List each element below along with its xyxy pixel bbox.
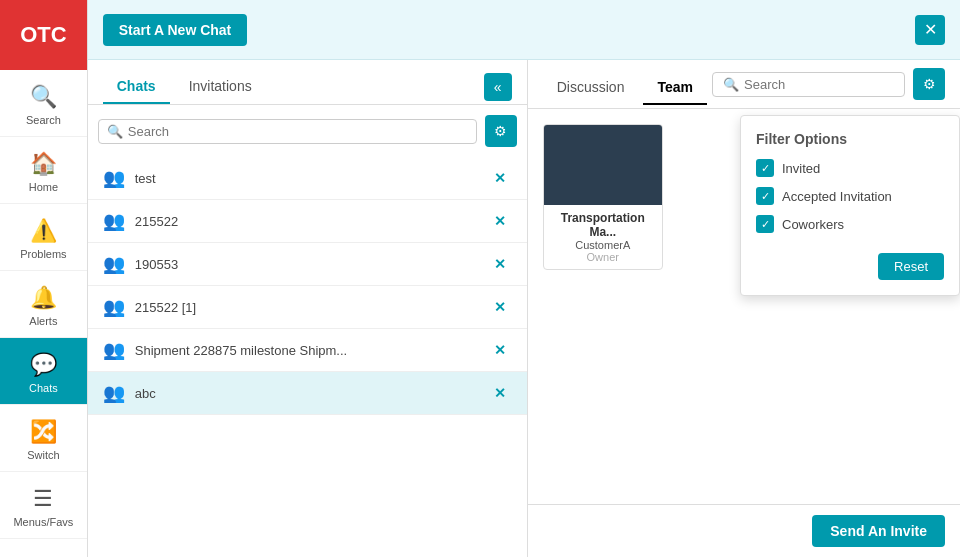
send-invite-button[interactable]: Send An Invite [812, 515, 945, 547]
left-search-row: 🔍 ⚙ [88, 105, 527, 157]
filter-checkbox-coworkers: ✓ [756, 215, 774, 233]
left-tab-chats[interactable]: Chats [103, 70, 170, 104]
left-search-icon: 🔍 [107, 124, 123, 139]
home-icon: 🏠 [30, 151, 57, 177]
sidebar-item-label-alerts: Alerts [29, 315, 57, 327]
chat-list-item[interactable]: 👥 215522 [1] ✕ [88, 286, 527, 329]
chat-list-item[interactable]: 👥 abc ✕ [88, 372, 527, 415]
filter-label-accepted: Accepted Invitation [782, 189, 892, 204]
team-card-info: Transportation Ma... CustomerA Owner [544, 205, 662, 269]
group-icon: 👥 [103, 253, 125, 275]
filter-title: Filter Options [756, 131, 944, 147]
reset-button[interactable]: Reset [878, 253, 944, 280]
group-icon: 👥 [103, 167, 125, 189]
sidebar-item-label-search: Search [26, 114, 61, 126]
chats-icon: 💬 [30, 352, 57, 378]
left-panel: ChatsInvitations« 🔍 ⚙ 👥 test ✕ 👥 215522 … [88, 60, 528, 557]
chat-list: 👥 test ✕ 👥 215522 ✕ 👥 190553 ✕ 👥 215522 … [88, 157, 527, 557]
chat-name: 215522 [1] [135, 300, 488, 315]
chat-name: 215522 [135, 214, 488, 229]
sidebar-item-label-home: Home [29, 181, 58, 193]
remove-chat-button[interactable]: ✕ [488, 211, 512, 231]
right-tabs-header: DiscussionTeam 🔍 ⚙ [528, 60, 960, 109]
sidebar-item-search[interactable]: 🔍 Search [0, 70, 87, 137]
chat-name: 190553 [135, 257, 488, 272]
sidebar-item-menus[interactable]: ☰ Menus/Favs [0, 472, 87, 539]
team-card-image [544, 125, 662, 205]
collapse-button[interactable]: « [484, 73, 512, 101]
filter-checkbox-invited: ✓ [756, 159, 774, 177]
left-tabs-row: ChatsInvitations« [88, 60, 527, 105]
right-panel: DiscussionTeam 🔍 ⚙ Transportation Ma... … [528, 60, 960, 557]
content-area: ChatsInvitations« 🔍 ⚙ 👥 test ✕ 👥 215522 … [88, 60, 960, 557]
team-card[interactable]: Transportation Ma... CustomerA Owner [543, 124, 663, 270]
sidebar: OTC 🔍 Search 🏠 Home ⚠️ Problems 🔔 Alerts… [0, 0, 88, 557]
filter-checkbox-accepted: ✓ [756, 187, 774, 205]
sidebar-item-chats[interactable]: 💬 Chats [0, 338, 87, 405]
menus-icon: ☰ [33, 486, 53, 512]
filter-label-invited: Invited [782, 161, 820, 176]
close-button[interactable]: ✕ [915, 15, 945, 45]
sidebar-item-problems[interactable]: ⚠️ Problems [0, 204, 87, 271]
filter-option-accepted[interactable]: ✓ Accepted Invitation [756, 187, 944, 205]
search-icon: 🔍 [30, 84, 57, 110]
topbar: Start A New Chat ✕ [88, 0, 960, 60]
team-card-role: Owner [550, 251, 656, 263]
group-icon: 👥 [103, 296, 125, 318]
right-search-icon: 🔍 [723, 77, 739, 92]
sidebar-item-home[interactable]: 🏠 Home [0, 137, 87, 204]
right-search-input[interactable] [744, 77, 894, 92]
chat-list-item[interactable]: 👥 Shipment 228875 milestone Shipm... ✕ [88, 329, 527, 372]
sidebar-item-alerts[interactable]: 🔔 Alerts [0, 271, 87, 338]
team-card-name: Transportation Ma... [550, 211, 656, 239]
remove-chat-button[interactable]: ✕ [488, 340, 512, 360]
team-card-sub: CustomerA [550, 239, 656, 251]
group-icon: 👥 [103, 210, 125, 232]
chat-name: Shipment 228875 milestone Shipm... [135, 343, 488, 358]
sidebar-item-label-switch: Switch [27, 449, 59, 461]
switch-icon: 🔀 [30, 419, 57, 445]
filter-option-coworkers[interactable]: ✓ Coworkers [756, 215, 944, 233]
filter-dropdown: Filter Options ✓ Invited ✓ Accepted Invi… [740, 115, 960, 296]
sidebar-logo: OTC [0, 0, 87, 70]
left-search-input[interactable] [128, 124, 468, 139]
remove-chat-button[interactable]: ✕ [488, 297, 512, 317]
remove-chat-button[interactable]: ✕ [488, 254, 512, 274]
chat-list-item[interactable]: 👥 190553 ✕ [88, 243, 527, 286]
logo-text: OTC [20, 22, 66, 48]
sidebar-item-switch[interactable]: 🔀 Switch [0, 405, 87, 472]
filter-option-invited[interactable]: ✓ Invited [756, 159, 944, 177]
start-chat-button[interactable]: Start A New Chat [103, 14, 248, 46]
right-tab-discussion[interactable]: Discussion [543, 71, 639, 105]
group-icon: 👥 [103, 339, 125, 361]
remove-chat-button[interactable]: ✕ [488, 383, 512, 403]
chat-list-item[interactable]: 👥 215522 ✕ [88, 200, 527, 243]
right-filter-button[interactable]: ⚙ [913, 68, 945, 100]
problems-icon: ⚠️ [30, 218, 57, 244]
sidebar-item-label-chats: Chats [29, 382, 58, 394]
left-search-wrap: 🔍 [98, 119, 477, 144]
left-filter-button[interactable]: ⚙ [485, 115, 517, 147]
main-panel: Start A New Chat ✕ ChatsInvitations« 🔍 ⚙… [88, 0, 960, 557]
alerts-icon: 🔔 [30, 285, 57, 311]
group-icon: 👥 [103, 382, 125, 404]
chat-name: abc [135, 386, 488, 401]
filter-label-coworkers: Coworkers [782, 217, 844, 232]
sidebar-item-label-menus: Menus/Favs [13, 516, 73, 528]
sidebar-item-label-problems: Problems [20, 248, 66, 260]
remove-chat-button[interactable]: ✕ [488, 168, 512, 188]
chat-list-item[interactable]: 👥 test ✕ [88, 157, 527, 200]
left-tab-invitations[interactable]: Invitations [175, 70, 266, 104]
chat-name: test [135, 171, 488, 186]
right-search-wrap: 🔍 [712, 72, 905, 97]
bottom-bar: Send An Invite [528, 504, 960, 557]
right-tab-team[interactable]: Team [643, 71, 707, 105]
